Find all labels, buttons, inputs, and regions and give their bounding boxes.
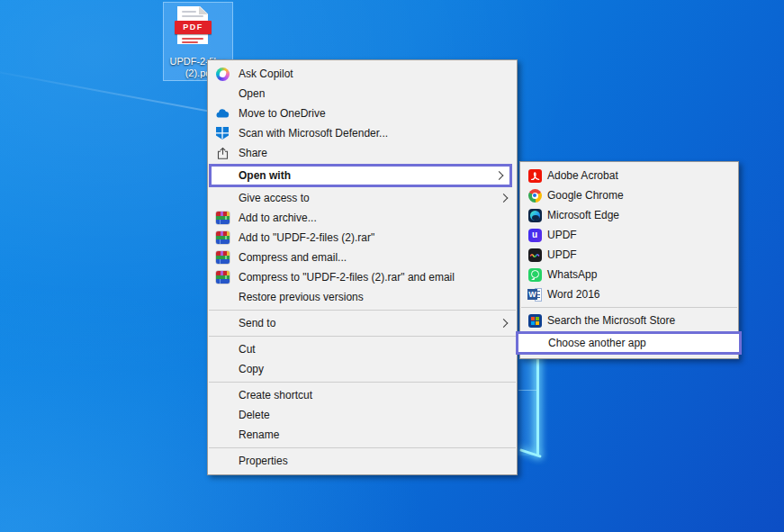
submenu-chevron-icon — [500, 194, 509, 203]
submenu-chevron-icon — [500, 319, 509, 328]
menu-item-add-to-archive[interactable]: Add to archive... — [208, 208, 517, 228]
updf-icon: u — [527, 228, 542, 242]
menu-item-move-to-onedrive[interactable]: Move to OneDrive — [208, 104, 517, 123]
menu-item-create-shortcut[interactable]: Create shortcut — [208, 385, 517, 405]
winrar-icon — [215, 211, 230, 225]
adobe-acrobat-icon — [527, 168, 542, 183]
submenu-item-whatsapp[interactable]: WhatsApp — [520, 265, 738, 284]
submenu-item-microsoft-edge[interactable]: Microsoft Edge — [520, 205, 738, 225]
wallpaper-pane-notch — [518, 390, 536, 391]
menu-item-compress-to-rar-and-email[interactable]: Compress to "UPDF-2-files (2).rar" and e… — [208, 267, 517, 287]
menu-item-delete[interactable]: Delete — [208, 405, 517, 425]
menu-item-add-to-rar[interactable]: Add to "UPDF-2-files (2).rar" — [208, 228, 517, 248]
menu-item-copy[interactable]: Copy — [208, 359, 517, 379]
share-icon — [215, 146, 230, 160]
submenu-item-word-2016[interactable]: W Word 2016 — [520, 284, 738, 304]
updf-wave-icon — [527, 248, 542, 262]
winrar-icon — [215, 230, 230, 245]
menu-item-restore-previous-versions[interactable]: Restore previous versions — [208, 287, 517, 307]
winrar-icon — [215, 270, 230, 284]
menu-item-open-with-label: Open with — [239, 169, 291, 182]
google-chrome-icon — [527, 188, 542, 203]
menu-item-send-to[interactable]: Send to — [208, 313, 517, 333]
menu-item-rename[interactable]: Rename — [208, 425, 517, 445]
menu-item-ask-copilot[interactable]: Ask Copilot — [208, 64, 517, 84]
menu-separator — [209, 447, 516, 448]
pdf-badge: PDF — [175, 21, 212, 34]
submenu-item-updf-2[interactable]: UPDF — [520, 245, 738, 265]
microsoft-store-icon — [527, 313, 542, 328]
submenu-item-google-chrome[interactable]: Google Chrome — [520, 185, 738, 205]
menu-item-cut[interactable]: Cut — [208, 339, 517, 359]
wallpaper-pane-edge — [536, 352, 539, 455]
context-menu: Ask Copilot Open Move to OneDrive Scan w… — [207, 59, 518, 475]
menu-item-give-access-to[interactable]: Give access to — [208, 188, 517, 208]
menu-item-open[interactable]: Open — [208, 84, 517, 104]
submenu-chevron-icon — [495, 171, 504, 180]
onedrive-icon — [215, 106, 230, 121]
menu-item-open-with[interactable]: Open with — [209, 164, 512, 187]
winrar-icon — [215, 250, 230, 265]
word-icon: W — [527, 287, 542, 302]
pdf-file-icon-fold — [199, 6, 208, 14]
microsoft-edge-icon — [527, 208, 542, 222]
submenu-item-updf-1[interactable]: u UPDF — [520, 225, 738, 245]
defender-shield-icon — [215, 126, 230, 140]
menu-item-scan-with-defender[interactable]: Scan with Microsoft Defender... — [208, 123, 517, 143]
menu-separator — [209, 310, 516, 311]
menu-separator — [209, 336, 516, 337]
submenu-item-choose-another-app[interactable]: Choose another app — [516, 331, 742, 355]
submenu-item-adobe-acrobat[interactable]: Adobe Acrobat — [520, 166, 738, 185]
menu-item-compress-and-email[interactable]: Compress and email... — [208, 248, 517, 267]
menu-item-share[interactable]: Share — [208, 143, 517, 163]
submenu-item-search-microsoft-store[interactable]: Search the Microsoft Store — [520, 311, 738, 330]
menu-separator — [209, 382, 516, 383]
whatsapp-icon — [527, 267, 542, 282]
copilot-icon — [215, 67, 230, 81]
menu-separator — [521, 307, 737, 308]
wallpaper-pane-glow — [518, 353, 537, 455]
open-with-submenu: Adobe Acrobat Google Chrome Microsoft Ed… — [519, 161, 739, 359]
menu-item-properties[interactable]: Properties — [208, 451, 517, 471]
